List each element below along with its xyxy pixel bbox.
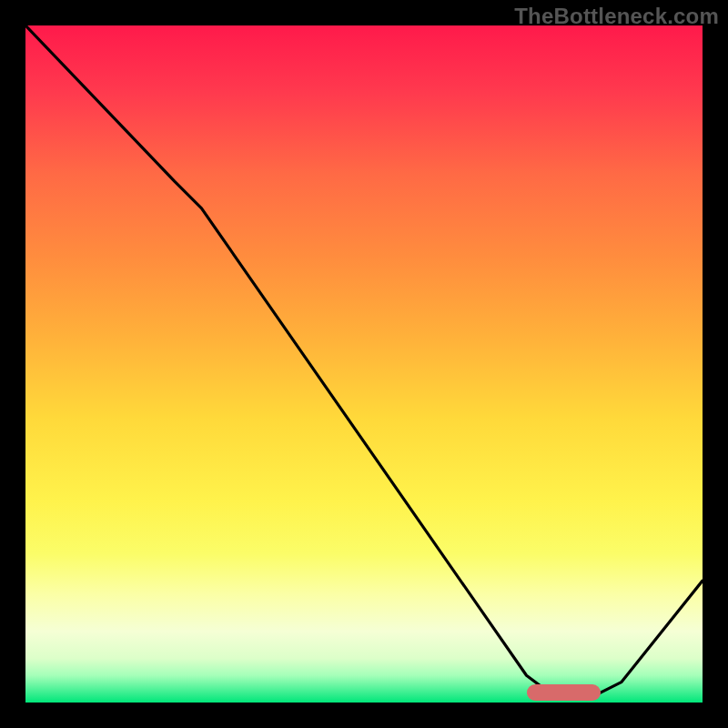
bottleneck-curve — [25, 25, 703, 703]
chart-frame: TheBottleneck.com — [0, 0, 728, 728]
plot-area — [25, 25, 703, 703]
optimal-range-marker — [527, 684, 602, 701]
